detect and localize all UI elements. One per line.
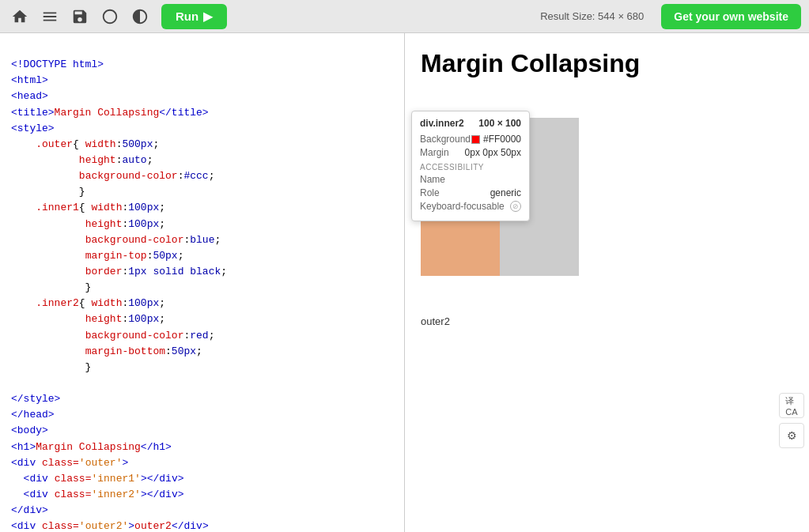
inspector-title: div.inner2 100 × 100 [420, 118, 521, 129]
inspector-element: div.inner2 [420, 118, 464, 129]
role-label: Role [420, 187, 440, 198]
inspector-background-row: Background #FF0000 [420, 134, 521, 145]
inspector-margin-row: Margin 0px 0px 50px [420, 147, 521, 158]
home-icon[interactable] [8, 5, 32, 28]
name-label: Name [420, 174, 445, 185]
main-area: <!DOCTYPE html> <html> <head> <title>Mar… [0, 33, 809, 532]
result-size: Result Size: 544 × 680 [540, 10, 644, 22]
inspector-name-row: Name [420, 174, 521, 185]
right-icons-panel: 译CA ⚙ [774, 388, 809, 453]
keyboard-label: Keyboard-focusable [420, 201, 505, 212]
outer2-label: outer2 [421, 315, 793, 327]
role-value: generic [490, 187, 521, 198]
background-value: #FF0000 [471, 134, 521, 145]
accessibility-section: ACCESSIBILITY [420, 163, 521, 172]
background-hex: #FF0000 [483, 134, 521, 145]
inspector-size: 100 × 100 [478, 118, 521, 129]
translate-icon[interactable]: 译CA [779, 393, 804, 418]
run-arrow-icon: ▶ [203, 9, 213, 24]
margin-label: Margin [420, 147, 449, 158]
background-swatch [471, 135, 480, 144]
run-label: Run [176, 9, 198, 23]
background-label: Background [420, 134, 471, 145]
save-icon[interactable] [68, 5, 92, 28]
get-website-button[interactable]: Get your own website [661, 4, 801, 29]
keyboard-focusable-icon: ⊘ [510, 201, 521, 212]
preview-panel: Margin Collapsing outer2 div.inner2 100 … [405, 33, 809, 532]
inspector-role-row: Role generic [420, 187, 521, 198]
toolbar: Run ▶ Result Size: 544 × 680 Get your ow… [0, 0, 809, 33]
margin-value: 0px 0px 50px [465, 147, 521, 158]
inspector-tooltip: div.inner2 100 × 100 Background #FF0000 … [411, 111, 530, 221]
preview-title: Margin Collapsing [421, 49, 793, 78]
shape-icon[interactable] [98, 5, 122, 28]
contrast-icon[interactable] [128, 5, 152, 28]
run-button[interactable]: Run ▶ [161, 4, 227, 29]
code-panel[interactable]: <!DOCTYPE html> <html> <head> <title>Mar… [0, 33, 405, 532]
inspector-keyboard-row: Keyboard-focusable ⊘ [420, 201, 521, 212]
settings-icon[interactable]: ⚙ [779, 423, 804, 448]
menu-icon[interactable] [38, 5, 62, 28]
